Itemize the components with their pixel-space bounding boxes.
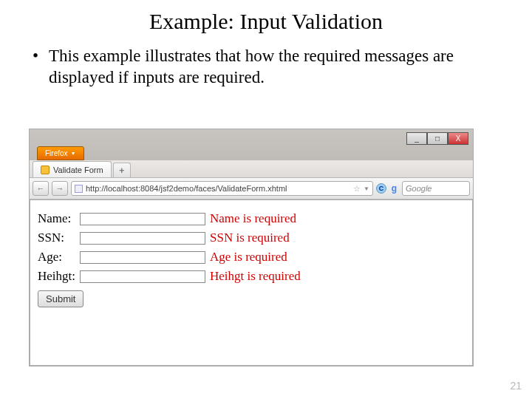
back-button[interactable]: ← [33, 181, 49, 196]
slide-bullet: This example illustrates that how the re… [33, 46, 499, 89]
height-input[interactable] [80, 270, 205, 283]
field-label: Age: [38, 248, 80, 267]
page-content: Name: Name is required SSN: SSN is requi… [30, 200, 473, 366]
error-message: Name is required [210, 209, 305, 228]
google-icon: g [389, 184, 399, 194]
slide-title: Example: Input Validation [0, 0, 532, 46]
url-text: http://localhost:8084/jsf2demo/faces/Val… [86, 184, 350, 193]
tab-strip: Validate Form + [30, 160, 473, 178]
dropdown-icon[interactable]: ▼ [364, 185, 369, 192]
reload-button[interactable]: C [376, 183, 386, 194]
new-tab-button[interactable]: + [113, 163, 131, 177]
submit-button[interactable]: Submit [38, 290, 83, 307]
window-close-button[interactable]: X [448, 132, 468, 145]
page-icon [41, 166, 50, 174]
firefox-label: Firefox [45, 149, 68, 157]
form-row: SSN: SSN is required [38, 228, 305, 248]
form-row: Name: Name is required [38, 209, 305, 228]
forward-button[interactable]: → [52, 181, 68, 196]
field-label: Heihgt: [38, 267, 80, 286]
tab-title: Validate Form [53, 166, 103, 174]
address-bar[interactable]: http://localhost:8084/jsf2demo/faces/Val… [71, 181, 373, 196]
favicon-icon [75, 185, 83, 193]
search-input[interactable]: Google [402, 181, 470, 196]
name-input[interactable] [80, 213, 205, 225]
tab-validate-form[interactable]: Validate Form [33, 161, 112, 177]
error-message: Heihgt is required [210, 267, 305, 286]
window-minimize-button[interactable]: _ [406, 132, 427, 145]
firefox-menu-button[interactable]: Firefox ▼ [37, 146, 84, 160]
browser-screenshot: Firefox ▼ _ □ X Validate Form + ← → http… [30, 129, 473, 366]
form-row: Age: Age is required [38, 248, 305, 267]
chevron-down-icon: ▼ [71, 151, 76, 156]
nav-toolbar: ← → http://localhost:8084/jsf2demo/faces… [30, 178, 473, 200]
age-input[interactable] [80, 251, 205, 264]
search-placeholder: Google [406, 184, 432, 193]
form-row: Heihgt: Heihgt is required [38, 267, 305, 286]
ssn-input[interactable] [80, 232, 205, 245]
bookmark-star-icon[interactable]: ☆ [353, 184, 361, 194]
field-label: Name: [38, 209, 80, 228]
error-message: Age is required [210, 248, 305, 267]
field-label: SSN: [38, 228, 80, 248]
validation-form: Name: Name is required SSN: SSN is requi… [38, 209, 305, 286]
slide-number: 21 [510, 380, 522, 392]
error-message: SSN is required [210, 228, 305, 248]
window-maximize-button[interactable]: □ [427, 132, 448, 145]
